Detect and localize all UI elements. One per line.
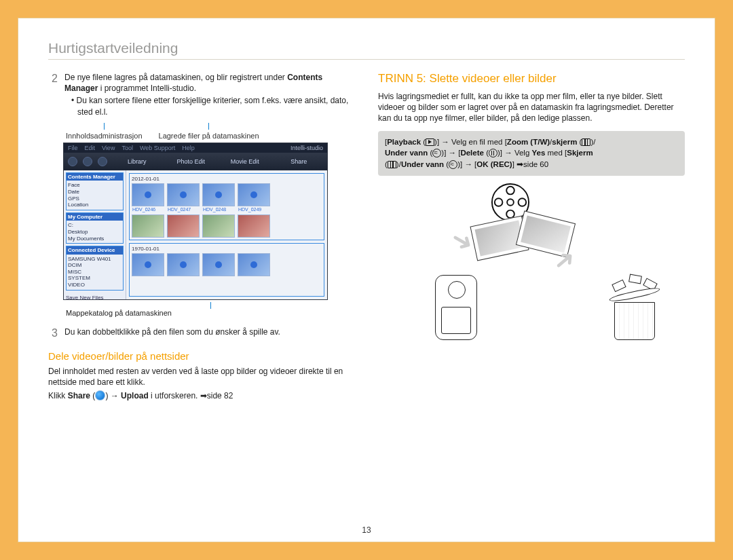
step-body: De nye filene lagres på datamaskinen, og… — [64, 72, 355, 117]
upload-label: Upload — [121, 391, 149, 400]
step-number: 2 — [48, 72, 58, 117]
intelli-studio-screenshot: File Edit View Tool Web Support Help Int… — [63, 143, 328, 300]
skjerm-label: skjerm — [552, 138, 577, 146]
tree-item: Face — [68, 182, 121, 189]
svg-point-4 — [495, 198, 503, 206]
tree-contents-manager: Contents Manager Face Date GPS Location — [66, 172, 124, 210]
share-heading: Dele videoer/bilder på nettsider — [48, 350, 355, 362]
txt: i utforskeren. ➡side 82 — [149, 391, 233, 400]
callout-labels-top: Innholdsadministrasjon Lagrede filer på … — [66, 123, 355, 140]
grid-group-1: 2012-01-01 HDV_0246 HDV_0247 HDV_0248 HD… — [129, 173, 324, 240]
play-icon — [250, 191, 257, 198]
callout-saved-files: Lagrede filer på datamaskinen — [159, 123, 259, 140]
menu-item: Tool — [121, 145, 133, 151]
step-2: 2 De nye filene lagres på datamaskinen, … — [48, 72, 355, 117]
tree-save-new: Save New Files — [66, 295, 124, 301]
callout-folder-catalog: Mappekatalog på datamaskinen — [66, 302, 355, 317]
thumb-row: HDV_0246 HDV_0247 HDV_0248 HDV_0249 — [132, 183, 322, 206]
thumb-label: HDV_0247 — [168, 207, 191, 212]
ok-rec-label: OK (REC) — [476, 160, 512, 168]
zoom-label: Zoom (T/W) — [507, 138, 550, 146]
play-icon — [250, 261, 257, 268]
t: ( — [484, 149, 489, 157]
video-thumb: HDV_0248 — [202, 183, 235, 206]
share-body: Del innholdet med resten av verden ved å… — [48, 366, 355, 388]
step2-text-c: i programmet Intelli-studio. — [98, 83, 196, 93]
toolbar-icon — [68, 157, 77, 166]
tree-item: MISC — [68, 269, 121, 276]
t: )/ — [396, 160, 401, 168]
play-icon — [180, 191, 187, 198]
thumb-label: HDV_0249 — [238, 207, 261, 212]
t: )] → Velg — [497, 149, 532, 157]
grid-date: 2012-01-01 — [132, 176, 322, 182]
t: ( — [428, 149, 432, 157]
screen-icon — [582, 138, 590, 146]
menu-item: Help — [182, 145, 195, 151]
undervann-label: Under vann — [385, 149, 428, 157]
video-thumb — [132, 253, 164, 276]
photo-thumb — [167, 214, 200, 238]
tree-item: GPS — [68, 195, 121, 202]
toolbar-tab: Movie Edit — [221, 158, 269, 165]
app-brand: Intelli-studio — [290, 145, 323, 151]
grid-date: 1970-01-01 — [132, 246, 322, 252]
tree-head: Contents Manager — [67, 173, 123, 181]
t: ( — [421, 138, 426, 146]
play-icon — [145, 191, 151, 198]
thumb-label: HDV_0248 — [203, 207, 226, 212]
step2-text-a: De nye filene lagres på datamaskinen, og… — [64, 73, 287, 82]
right-column: TRINN 5: Slette videoer eller bilder Hvi… — [378, 72, 685, 400]
tree-my-computer: My Computer C: Desktop My Documents — [66, 212, 124, 244]
photo-thumb — [238, 214, 270, 238]
camcorder-icon — [435, 275, 477, 340]
toolbar-icon — [98, 157, 107, 166]
thumb-row — [132, 253, 322, 276]
paper-scrap-icon — [628, 274, 642, 284]
play-icon — [215, 191, 222, 198]
toolbar-icon — [83, 157, 92, 166]
toolbar-tab: Photo Edit — [167, 158, 216, 165]
photo-thumb — [202, 214, 235, 238]
txt: ( — [90, 391, 95, 400]
video-thumb: HDV_0246 — [132, 183, 164, 206]
menu-item: Web Support — [140, 145, 175, 151]
manual-page: Hurtigstartveiledning 2 De nye filene la… — [18, 18, 715, 542]
play-icon — [180, 261, 187, 268]
thumb-row — [132, 214, 322, 238]
svg-point-1 — [507, 199, 514, 206]
trash-icon — [489, 149, 497, 157]
thumb-label: HDV_0246 — [132, 207, 155, 212]
callout-contents-admin: Innholdsadministrasjon — [66, 123, 143, 140]
tree-item: My Documents — [68, 236, 121, 242]
page-title: Hurtigstartveiledning — [48, 40, 685, 60]
grid-group-2: 1970-01-01 — [129, 243, 324, 297]
svg-point-5 — [519, 198, 527, 206]
tree-item: SYSTEM — [68, 275, 121, 282]
tree-head: Connected Device — [67, 246, 123, 255]
tree-item: Date — [68, 189, 121, 195]
tree-item: Desktop — [68, 229, 121, 236]
tree-item: DCIM — [68, 262, 121, 269]
page-number: 13 — [18, 525, 715, 535]
t: )/ — [590, 138, 595, 146]
step2-bullet: Du kan sortere filene etter forskjellige… — [71, 95, 355, 117]
tree-connected-device: Connected Device SAMSUNG W401 DCIM MISC … — [66, 246, 124, 291]
tree-item: Location — [68, 202, 121, 208]
video-thumb: HDV_0249 — [238, 183, 270, 206]
menu-item: Edit — [85, 145, 96, 151]
video-thumb — [202, 253, 235, 276]
txt: Klikk — [48, 391, 68, 400]
video-thumb — [238, 253, 270, 276]
svg-point-2 — [506, 186, 514, 194]
app-body: Contents Manager Face Date GPS Location … — [64, 170, 327, 299]
step5-body: Hvis lagringsmediet er fullt, kan du ikk… — [378, 91, 685, 124]
photo-thumb — [132, 214, 164, 238]
screen-icon — [388, 161, 396, 168]
t: med [ — [545, 149, 567, 157]
toolbar-tab: Library — [113, 158, 162, 165]
video-thumb — [167, 253, 200, 276]
step-3: 3 Du kan dobbeltklikke på den filen som … — [48, 326, 355, 339]
delete-illustration: ➜ ➜ — [378, 183, 685, 343]
two-column-layout: 2 De nye filene lagres på datamaskinen, … — [48, 72, 685, 400]
